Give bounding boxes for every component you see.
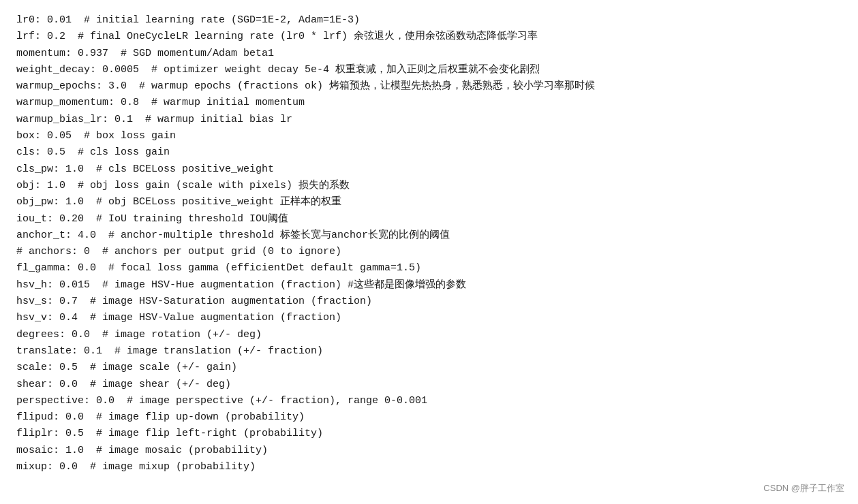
code-line: iou_t: 0.20 # IoU training threshold IOU… — [16, 211, 842, 227]
code-line: perspective: 0.0 # image perspective (+/… — [16, 393, 842, 409]
code-line: obj: 1.0 # obj loss gain (scale with pix… — [16, 178, 842, 194]
code-line: lrf: 0.2 # final OneCycleLR learning rat… — [16, 29, 842, 45]
code-line: warmup_epochs: 3.0 # warmup epochs (frac… — [16, 78, 842, 95]
code-line: scale: 0.5 # image scale (+/- gain) — [16, 360, 842, 376]
code-line: mixup: 0.0 # image mixup (probability) — [16, 459, 842, 475]
code-line: weight_decay: 0.0005 # optimizer weight … — [16, 62, 842, 78]
code-line: warmup_bias_lr: 0.1 # warmup initial bia… — [16, 112, 842, 128]
code-line: anchor_t: 4.0 # anchor-multiple threshol… — [16, 227, 842, 244]
code-line: hsv_s: 0.7 # image HSV-Saturation augmen… — [16, 294, 842, 310]
code-line: warmup_momentum: 0.8 # warmup initial mo… — [16, 95, 842, 111]
code-line: translate: 0.1 # image translation (+/- … — [16, 343, 842, 360]
code-line: obj_pw: 1.0 # obj BCELoss positive_weigh… — [16, 194, 842, 210]
watermark: CSDN @胖子工作室 — [763, 482, 844, 496]
code-line: degrees: 0.0 # image rotation (+/- deg) — [16, 327, 842, 343]
code-block: lr0: 0.01 # initial learning rate (SGD=1… — [16, 12, 842, 475]
code-line: cls_pw: 1.0 # cls BCELoss positive_weigh… — [16, 161, 842, 178]
code-line: flipud: 0.0 # image flip up-down (probab… — [16, 409, 842, 426]
code-line: box: 0.05 # box loss gain — [16, 128, 842, 144]
code-line: hsv_h: 0.015 # image HSV-Hue augmentatio… — [16, 277, 842, 294]
code-line: fliplr: 0.5 # image flip left-right (pro… — [16, 426, 842, 442]
code-line: # anchors: 0 # anchors per output grid (… — [16, 244, 842, 260]
code-line: hsv_v: 0.4 # image HSV-Value augmentatio… — [16, 310, 842, 326]
code-line: mosaic: 1.0 # image mosaic (probability) — [16, 443, 842, 459]
code-line: cls: 0.5 # cls loss gain — [16, 144, 842, 161]
code-line: momentum: 0.937 # SGD momentum/Adam beta… — [16, 46, 842, 62]
code-line: fl_gamma: 0.0 # focal loss gamma (effici… — [16, 260, 842, 277]
code-line: shear: 0.0 # image shear (+/- deg) — [16, 377, 842, 393]
code-line: lr0: 0.01 # initial learning rate (SGD=1… — [16, 12, 842, 29]
